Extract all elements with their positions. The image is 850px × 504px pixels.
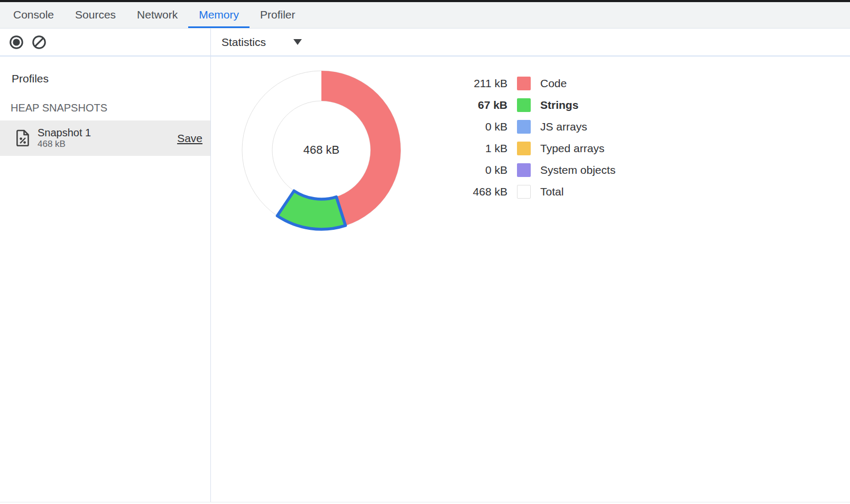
- legend-swatch: [517, 120, 531, 134]
- legend-row[interactable]: 67 kB Strings: [449, 94, 615, 116]
- legend-swatch: [517, 77, 531, 90]
- legend-row[interactable]: 468 kB Total: [449, 181, 615, 202]
- perspective-select-value: Statistics: [221, 36, 266, 49]
- tab-label: Sources: [75, 8, 116, 21]
- legend-value: 0 kB: [449, 164, 507, 176]
- legend-row[interactable]: 211 kB Code: [449, 72, 615, 94]
- save-snapshot-link[interactable]: Save: [177, 132, 202, 145]
- chart-total-label: 468 kB: [279, 142, 364, 158]
- record-icon: [9, 35, 24, 50]
- tab-label: Profiler: [260, 8, 295, 21]
- profiles-heading: Profiles: [0, 57, 210, 85]
- snapshot-info: Snapshot 1 468 kB: [38, 127, 177, 150]
- legend-label: Typed arrays: [540, 142, 604, 155]
- legend-value: 67 kB: [449, 99, 507, 111]
- legend-row[interactable]: 0 kB System objects: [449, 159, 615, 181]
- perspective-select[interactable]: Statistics: [221, 36, 302, 49]
- tab-sources[interactable]: Sources: [64, 2, 126, 28]
- devtools-tabbar: Console Sources Network Memory Profiler: [0, 2, 850, 29]
- chevron-down-icon: [293, 39, 302, 45]
- legend-value: 468 kB: [449, 185, 507, 198]
- legend-value: 211 kB: [449, 77, 507, 90]
- tab-label: Memory: [199, 8, 239, 21]
- tab-label: Network: [137, 8, 178, 21]
- clear-icon: [32, 35, 47, 50]
- legend-label: System objects: [540, 164, 615, 176]
- tab-label: Console: [13, 8, 54, 21]
- tab-profiler[interactable]: Profiler: [250, 2, 306, 28]
- legend-row[interactable]: 0 kB JS arrays: [449, 116, 615, 137]
- panel-toolbar: Statistics: [0, 29, 850, 57]
- legend-swatch: [517, 142, 531, 155]
- legend-swatch: [517, 98, 531, 112]
- snapshot-list-item[interactable]: Snapshot 1 468 kB Save: [0, 120, 210, 156]
- legend-value: 1 kB: [449, 142, 507, 155]
- clear-profiles-button[interactable]: [32, 35, 47, 50]
- legend-label: Code: [540, 77, 567, 90]
- profiles-toolbar: [0, 29, 211, 55]
- tab-network[interactable]: Network: [126, 2, 188, 28]
- legend-value: 0 kB: [449, 120, 507, 133]
- legend-label: Strings: [540, 99, 578, 111]
- legend-label: Total: [540, 185, 563, 198]
- record-heap-snapshot-button[interactable]: [9, 35, 24, 50]
- window-bottom-edge: [0, 502, 850, 504]
- legend-row[interactable]: 1 kB Typed arrays: [449, 137, 615, 159]
- heap-snapshots-section-label: HEAP SNAPSHOTS: [0, 85, 210, 114]
- snapshot-title: Snapshot 1: [38, 127, 177, 139]
- view-toolbar: Statistics: [211, 29, 850, 55]
- panel-body: Profiles HEAP SNAPSHOTS Snapshot 1 468 k…: [0, 57, 850, 502]
- legend-swatch: [517, 185, 531, 199]
- statistics-view: 468 kB 211 kB Code 67 kB Strings 0 kB: [211, 57, 850, 502]
- chart-legend: 211 kB Code 67 kB Strings 0 kB JS arrays: [449, 72, 615, 202]
- legend-label: JS arrays: [540, 120, 587, 133]
- legend-swatch: [517, 163, 531, 177]
- profiles-sidebar: Profiles HEAP SNAPSHOTS Snapshot 1 468 k…: [0, 57, 211, 502]
- tab-memory[interactable]: Memory: [188, 2, 250, 28]
- snapshot-size: 468 kB: [38, 139, 177, 150]
- heap-snapshot-file-icon: [16, 129, 30, 147]
- tab-console[interactable]: Console: [3, 2, 64, 28]
